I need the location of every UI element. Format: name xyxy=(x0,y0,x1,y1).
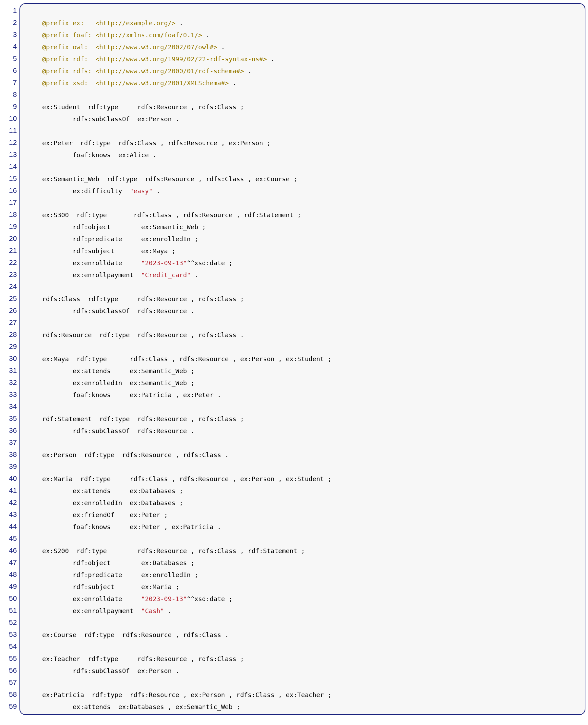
line-number: 19 xyxy=(0,220,17,233)
code-token: <http://example.org/> xyxy=(96,19,175,27)
code-line xyxy=(20,281,585,293)
line-number: 42 xyxy=(0,496,17,508)
code-line xyxy=(20,461,585,473)
code-token: ex:enrolledIn ex:Semantic_Web ; xyxy=(42,379,195,387)
code-token: rdf:Statement rdf:type rdfs:Resource , r… xyxy=(42,415,244,423)
line-number: 56 xyxy=(0,664,17,676)
line-number: 53 xyxy=(0,628,17,640)
code-token: . xyxy=(267,56,274,63)
line-number: 20 xyxy=(0,233,17,244)
line-number: 24 xyxy=(0,280,17,293)
code-token: "2023-09-13" xyxy=(141,595,187,603)
line-number: 48 xyxy=(0,569,17,580)
line-number: 12 xyxy=(0,136,17,149)
code-token: foaf:knows ex:Peter , ex:Patricia . xyxy=(42,523,221,531)
code-token: <http://www.w3.org/2001/XMLSchema#> xyxy=(96,80,229,87)
code-line: @prefix foaf: <http://xmlns.com/foaf/0.1… xyxy=(20,29,585,41)
code-token: ex:attends ex:Semantic_Web ; xyxy=(42,367,195,375)
line-number: 4 xyxy=(0,41,17,52)
code-line xyxy=(20,161,585,173)
line-number: 37 xyxy=(0,436,17,448)
line-number: 38 xyxy=(0,448,17,461)
code-token: . xyxy=(244,67,251,75)
line-number: 40 xyxy=(0,472,17,485)
line-number: 17 xyxy=(0,196,17,209)
line-number: 21 xyxy=(0,244,17,256)
line-number: 33 xyxy=(0,388,17,401)
code-line xyxy=(20,677,585,689)
line-number: 35 xyxy=(0,412,17,424)
line-number: 26 xyxy=(0,304,17,317)
code-line: ex:Peter rdf:type rdfs:Class , rdfs:Reso… xyxy=(20,137,585,149)
code-line: ex:S200 rdf:type rdfs:Resource , rdfs:Cl… xyxy=(20,545,585,557)
line-number: 57 xyxy=(0,676,17,688)
code-line: ex:Student rdf:type rdfs:Resource , rdfs… xyxy=(20,101,585,113)
line-number: 39 xyxy=(0,461,17,472)
code-token: . xyxy=(191,271,198,279)
code-token: ex:Student rdf:type rdfs:Resource , rdfs… xyxy=(42,103,244,111)
code-token: . xyxy=(202,31,210,39)
code-token: ex:enrolldate xyxy=(42,259,141,267)
code-token: ^^xsd:date ; xyxy=(187,259,233,267)
code-token: "Credit_card" xyxy=(141,271,191,279)
line-number: 46 xyxy=(0,545,17,556)
code-line: ex:Person rdf:type rdfs:Resource , rdfs:… xyxy=(20,449,585,461)
line-number: 31 xyxy=(0,364,17,377)
code-token: . xyxy=(164,607,172,615)
line-number: 10 xyxy=(0,112,17,125)
line-number: 18 xyxy=(0,209,17,220)
line-number: 1 xyxy=(0,4,17,17)
code-token: @prefix ex: xyxy=(42,19,96,27)
code-token: rdfs:subClassOf rdfs:Resource . xyxy=(42,427,195,435)
code-token: ex:attends ex:Databases , ex:Semantic_We… xyxy=(42,703,240,711)
code-line: rdfs:subClassOf rdfs:Resource . xyxy=(20,305,585,317)
line-number: 32 xyxy=(0,377,17,388)
code-token: rdf:predicate ex:enrolledIn ; xyxy=(42,571,198,579)
code-token: ex:attends ex:Databases ; xyxy=(42,487,183,495)
code-token: rdf:predicate ex:enrolledIn ; xyxy=(42,235,198,243)
line-number: 34 xyxy=(0,401,17,412)
line-number: 58 xyxy=(0,688,17,700)
code-line: @prefix rdfs: <http://www.w3.org/2000/01… xyxy=(20,65,585,77)
code-line: @prefix xsd: <http://www.w3.org/2001/XML… xyxy=(20,77,585,89)
code-token: <http://www.w3.org/1999/02/22-rdf-syntax… xyxy=(96,56,267,63)
line-number: 59 xyxy=(0,700,17,712)
code-token: ex:Maria rdf:type rdfs:Class , rdfs:Reso… xyxy=(42,475,332,483)
code-line: foaf:knows ex:Alice . xyxy=(20,149,585,161)
code-token: ex:Semantic_Web rdf:type rdfs:Resource ,… xyxy=(42,175,297,183)
code-line: ex:enrolledIn ex:Semantic_Web ; xyxy=(20,377,585,389)
code-token: ex:Patricia rdf:type rdfs:Resource , ex:… xyxy=(42,691,332,699)
code-line xyxy=(20,341,585,353)
code-line: ex:attends ex:Semantic_Web ; xyxy=(20,365,585,377)
code-line: ex:enrollpayment "Cash" . xyxy=(20,605,585,617)
code-token: @prefix owl: xyxy=(42,43,96,51)
line-number: 13 xyxy=(0,149,17,161)
code-line: rdf:object ex:Databases ; xyxy=(20,557,585,569)
code-line: rdf:subject ex:Maria ; xyxy=(20,581,585,593)
line-number: 52 xyxy=(0,616,17,628)
code-token: ex:difficulty xyxy=(42,187,130,195)
code-token: ex:S300 rdf:type rdfs:Class , rdfs:Resou… xyxy=(42,211,301,219)
code-token: ex:Course rdf:type rdfs:Resource , rdfs:… xyxy=(42,631,229,639)
line-number: 3 xyxy=(0,28,17,41)
code-line xyxy=(20,197,585,209)
line-number: 55 xyxy=(0,653,17,664)
line-number: 9 xyxy=(0,101,17,112)
code-token: rdfs:subClassOf ex:Person . xyxy=(42,115,180,123)
code-line: rdf:subject ex:Maya ; xyxy=(20,245,585,257)
line-number: 47 xyxy=(0,556,17,569)
code-line: rdfs:Class rdf:type rdfs:Resource , rdfs… xyxy=(20,293,585,305)
code-token: ex:Person rdf:type rdfs:Resource , rdfs:… xyxy=(42,451,229,459)
code-line xyxy=(20,317,585,329)
code-line: rdf:predicate ex:enrolledIn ; xyxy=(20,569,585,581)
line-number: 15 xyxy=(0,172,17,185)
code-line xyxy=(20,89,585,101)
code-line: ex:S300 rdf:type rdfs:Class , rdfs:Resou… xyxy=(20,209,585,221)
line-number: 22 xyxy=(0,256,17,269)
code-token: <http://www.w3.org/2000/01/rdf-schema#> xyxy=(96,67,244,75)
line-number: 6 xyxy=(0,65,17,77)
line-number: 25 xyxy=(0,293,17,304)
line-number: 14 xyxy=(0,161,17,172)
code-line: foaf:knows ex:Patricia , ex:Peter . xyxy=(20,389,585,401)
code-line xyxy=(20,401,585,413)
